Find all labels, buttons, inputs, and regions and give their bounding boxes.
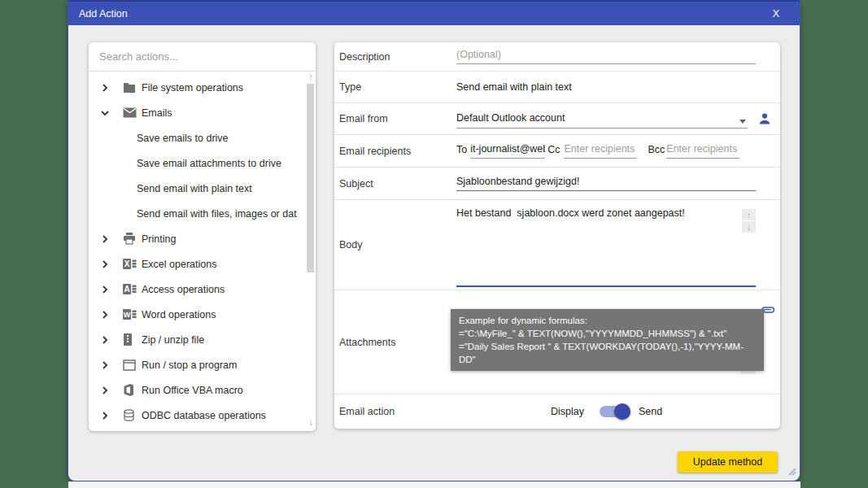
- attachments-label: Attachments: [334, 337, 456, 348]
- svg-text:X: X: [124, 259, 130, 268]
- tree-item-label: Send email with plain text: [137, 183, 252, 194]
- cc-input[interactable]: Enter recipients: [564, 143, 637, 159]
- tree-item-label: Printing: [142, 233, 176, 245]
- email-recipients-label: Email recipients: [334, 146, 456, 157]
- email-action-label: Email action: [334, 406, 456, 417]
- subject-label: Subject: [334, 178, 456, 190]
- svg-text:A: A: [124, 285, 129, 294]
- chevron-right-icon[interactable]: [101, 412, 109, 420]
- tree-item-send-email-with-plain-text[interactable]: Send email with plain text: [89, 176, 304, 201]
- tree-item-save-emails-to-drive[interactable]: Save emails to drive: [89, 125, 304, 150]
- tree-item-label: File system operations: [142, 82, 243, 94]
- tree-item-label: ODBC database operations: [142, 410, 266, 421]
- tree-item-file-system-operations[interactable]: File system operations: [89, 75, 304, 100]
- chevron-right-icon[interactable]: [101, 84, 109, 92]
- add-action-dialog: Add Action X File system operationsEmail…: [68, 0, 800, 481]
- chevron-right-icon[interactable]: [101, 260, 109, 268]
- close-button[interactable]: X: [773, 8, 779, 20]
- tree-item-label: Access operations: [142, 284, 225, 295]
- email-from-label: Email from: [334, 113, 456, 124]
- svg-text:W: W: [124, 311, 131, 319]
- tree-item-word-operations[interactable]: WWord operations: [89, 302, 304, 327]
- mail-icon: [123, 107, 137, 120]
- chevron-right-icon[interactable]: [101, 336, 109, 344]
- body-scroll-down-icon[interactable]: ↓: [742, 221, 756, 233]
- email-action-row: Email action Display Send: [334, 394, 780, 429]
- subject-input[interactable]: Sjabloonbestand gewijzigd!: [456, 176, 756, 191]
- office-icon: [123, 384, 137, 397]
- email-from-value: Default Outlook account: [456, 112, 565, 124]
- attachments-row: Attachments Example for dynamic formulas…: [334, 290, 780, 394]
- program-icon: [123, 359, 137, 372]
- resize-grip[interactable]: [786, 464, 796, 479]
- tree-item-label: Word operations: [142, 309, 216, 320]
- search-box[interactable]: [89, 42, 316, 72]
- description-row: Description (Optional): [334, 42, 780, 72]
- tree-item-save-email-attachments-to-drive[interactable]: Save email attachments to drive: [89, 150, 304, 176]
- tree-item-label: Excel operations: [142, 259, 216, 270]
- body-input[interactable]: Het bestand sjabloon.docx werd zonet aan…: [456, 200, 756, 290]
- scroll-down-icon[interactable]: ↓: [308, 417, 313, 427]
- tree-item-label: Send email with files, images or dat: [137, 208, 297, 220]
- bcc-label: Bcc: [648, 144, 665, 159]
- tree-item-send-email-with-files-images-or-dat[interactable]: Send email with files, images or dat: [89, 201, 304, 226]
- dialog-title: Add Action: [79, 8, 128, 20]
- tree-item-label: Save emails to drive: [137, 133, 229, 144]
- subject-row: Subject Sjabloonbestand gewijzigd!: [334, 168, 780, 200]
- body-text: Het bestand sjabloon.docx werd zonet aan…: [456, 207, 736, 219]
- printer-icon: [123, 233, 137, 246]
- scroll-up-icon[interactable]: ↑: [308, 72, 313, 82]
- toggle-knob: [614, 403, 630, 420]
- tree-item-printing[interactable]: Printing: [89, 226, 304, 251]
- excel-icon: X: [123, 258, 137, 271]
- tree-item-run-stop-a-program[interactable]: Run / stop a program: [89, 352, 304, 377]
- account-person-icon[interactable]: [758, 112, 771, 125]
- tree-item-label: Save email attachments to drive: [137, 158, 281, 169]
- email-from-select[interactable]: Default Outlook account: [456, 110, 748, 129]
- body-scroll-up-icon[interactable]: ↑: [742, 209, 756, 220]
- tree-item-emails[interactable]: Emails: [89, 100, 304, 125]
- tree-item-label: Emails: [142, 107, 172, 119]
- email-recipients-row: Email recipients To it-journalist@webs C…: [334, 135, 780, 168]
- body-row: Body Het bestand sjabloon.docx werd zone…: [334, 200, 780, 290]
- bcc-input[interactable]: Enter recipients: [666, 143, 739, 159]
- database-icon: [123, 409, 137, 422]
- actions-tree: File system operationsEmailsSave emails …: [89, 75, 304, 428]
- dynamic-formula-tooltip: Example for dynamic formulas:="C:\MyFile…: [451, 309, 764, 371]
- chevron-expanded-icon[interactable]: [101, 109, 109, 117]
- description-label: Description: [334, 51, 456, 63]
- tree-item-run-office-vba-macro[interactable]: Run Office VBA macro: [89, 377, 304, 403]
- description-input[interactable]: (Optional): [456, 49, 756, 64]
- action-form-panel: Description (Optional) Type Send email w…: [334, 42, 780, 429]
- dialog-titlebar: Add Action X: [68, 0, 800, 25]
- chevron-down-icon: [739, 120, 746, 124]
- chevron-right-icon[interactable]: [101, 235, 109, 243]
- tree-item-zip-unzip-file[interactable]: Zip / unzip file: [89, 327, 304, 352]
- folder-icon: [123, 81, 137, 94]
- chevron-right-icon[interactable]: [101, 361, 109, 369]
- to-label: To: [456, 144, 467, 159]
- to-input[interactable]: it-journalist@webs: [470, 143, 545, 159]
- tree-item-access-operations[interactable]: AAccess operations: [89, 277, 304, 302]
- email-action-toggle[interactable]: [600, 406, 627, 417]
- cc-label: Cc: [547, 144, 560, 159]
- update-method-button[interactable]: Update method: [678, 451, 778, 473]
- scrollbar-thumb[interactable]: [307, 84, 314, 272]
- body-label: Body: [334, 239, 456, 251]
- tree-item-label: Zip / unzip file: [142, 334, 204, 346]
- tree-item-label: Run Office VBA macro: [142, 385, 243, 396]
- chevron-right-icon[interactable]: [101, 386, 109, 394]
- tree-item-odbc-database-operations[interactable]: ODBC database operations: [89, 403, 304, 428]
- word-icon: W: [123, 308, 137, 321]
- window-behind-strip: [68, 481, 800, 488]
- tooltip-line: Example for dynamic formulas:: [459, 314, 756, 327]
- type-value: Send email with plain text: [456, 81, 572, 93]
- tree-item-excel-operations[interactable]: XExcel operations: [89, 251, 304, 277]
- chevron-right-icon[interactable]: [101, 311, 109, 319]
- chevron-right-icon[interactable]: [101, 285, 109, 294]
- tooltip-line: ="C:\MyFile_" & TEXT(NOW(),"YYYYMMDD_HHM…: [459, 327, 756, 340]
- search-input[interactable]: [99, 50, 305, 63]
- actions-panel: File system operationsEmailsSave emails …: [89, 42, 316, 431]
- email-from-row: Email from Default Outlook account: [334, 103, 780, 135]
- send-option-label: Send: [639, 406, 662, 417]
